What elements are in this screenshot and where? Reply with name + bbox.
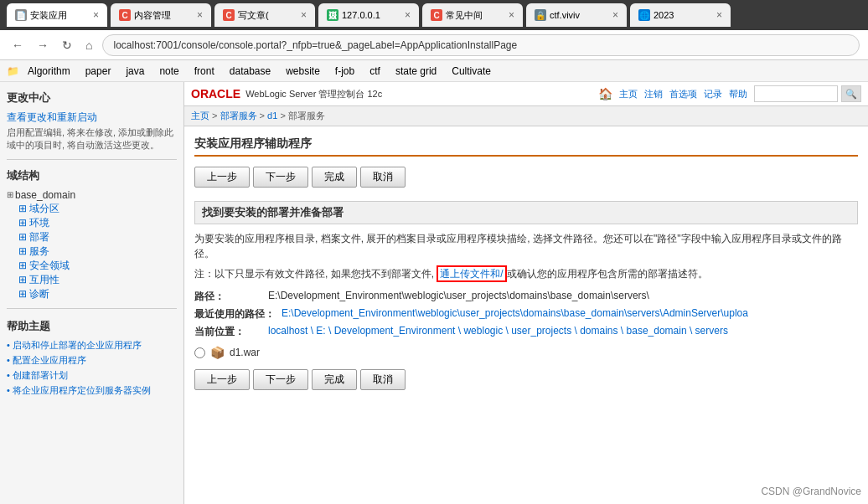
- address-bar: ← → ↻ ⌂ localhost:7001/console/console.p…: [0, 30, 868, 60]
- bookmark-folder-icon: 📁: [7, 65, 19, 77]
- next-button-top[interactable]: 下一步: [253, 167, 308, 188]
- tab-content-mgmt[interactable]: C 内容管理 ×: [111, 3, 211, 27]
- tab-icon-4: 🖼: [327, 9, 338, 21]
- main-area: 更改中心 查看更改和重新启动 启用配置编辑, 将来在修改, 添加或删除此域中的项…: [0, 82, 868, 504]
- breadcrumb-sub[interactable]: d1: [267, 111, 277, 121]
- back-button[interactable]: ←: [8, 37, 27, 54]
- tree-service[interactable]: ⊞ 服务: [7, 244, 177, 259]
- nav-help[interactable]: 帮助: [729, 88, 747, 100]
- csdn-watermark: CSDN @GrandNovice: [761, 486, 861, 497]
- tab-close-4[interactable]: ×: [405, 9, 411, 21]
- finish-button-top[interactable]: 完成: [312, 167, 357, 188]
- forward-button[interactable]: →: [34, 37, 52, 54]
- recent-path-row: 最近使用的路径： E:\Development_Environment\webl…: [194, 307, 858, 321]
- bookmark-cultivate[interactable]: Cultivate: [445, 64, 498, 79]
- section-note: 注：以下只显示有效文件路径, 如果您找不到部署文件, 通上传文件和/或确认您的应…: [194, 266, 858, 281]
- oracle-search-button[interactable]: 🔍: [841, 85, 861, 102]
- tree-domain-partition[interactable]: ⊞ 域分区: [7, 202, 177, 216]
- tab-label-5: 常见中间: [446, 9, 505, 22]
- tab-localhost[interactable]: 🖼 127.0.0.1 ×: [318, 3, 419, 27]
- tab-ctf[interactable]: 🔒 ctf.viviv ×: [526, 3, 627, 27]
- tab-close-install[interactable]: ×: [93, 9, 99, 21]
- tab-common[interactable]: C 常见中间 ×: [422, 3, 523, 27]
- breadcrumb-current: 部署服务: [288, 111, 325, 121]
- content-area: ORACLE WebLogic Server 管理控制台 12c 🏠 主页 注销…: [184, 82, 868, 504]
- domain-name: base_domain: [15, 189, 75, 201]
- path-label: 路径：: [194, 290, 261, 304]
- file-radio[interactable]: [194, 347, 205, 358]
- file-option-label[interactable]: d1.war: [230, 347, 260, 358]
- nav-logout[interactable]: 注销: [644, 88, 663, 100]
- address-text: localhost:7001/console/console.portal?_n…: [113, 39, 517, 51]
- bookmark-paper[interactable]: paper: [79, 64, 118, 79]
- tab-write-article[interactable]: C 写文章( ×: [214, 3, 315, 27]
- home-icon[interactable]: 🏠: [598, 87, 612, 100]
- current-location-value: localhost \ E: \ Development_Environment…: [268, 325, 728, 337]
- bookmark-java[interactable]: java: [119, 64, 151, 79]
- wizard-buttons-top: 上一步 下一步 完成 取消: [194, 167, 858, 188]
- nav-prefs[interactable]: 首选项: [669, 88, 697, 100]
- tab-label-7: 2023: [654, 10, 713, 20]
- help-link-4[interactable]: 将企业应用程序定位到服务器实例: [7, 384, 177, 397]
- refresh-button[interactable]: ↻: [59, 37, 75, 54]
- oracle-product-name: WebLogic Server 管理控制台 12c: [245, 88, 382, 100]
- help-link-1[interactable]: 启动和停止部署的企业应用程序: [7, 339, 177, 352]
- help-link-2[interactable]: 配置企业应用程序: [7, 354, 177, 367]
- bookmark-stategrid[interactable]: state grid: [389, 64, 443, 79]
- tab-close-2[interactable]: ×: [301, 9, 307, 21]
- bookmark-ctf[interactable]: ctf: [363, 64, 387, 79]
- cancel-button-top[interactable]: 取消: [360, 167, 406, 188]
- nav-home[interactable]: 主页: [619, 88, 638, 100]
- bookmark-label-paper: paper: [85, 65, 111, 77]
- prev-button-bottom[interactable]: 上一步: [194, 369, 250, 390]
- cancel-button-bottom[interactable]: 取消: [360, 369, 406, 390]
- bookmark-website[interactable]: website: [279, 64, 327, 79]
- page-title: 安装应用程序辅助程序: [194, 136, 858, 157]
- next-button-bottom[interactable]: 下一步: [253, 369, 308, 390]
- bookmark-label-website: website: [286, 65, 320, 77]
- tree-environment[interactable]: ⊞ 环境: [7, 216, 177, 230]
- bookmark-label-fjob: f-job: [335, 65, 354, 77]
- tab-2023[interactable]: 🌐 2023 ×: [630, 3, 731, 27]
- tab-install-app[interactable]: 📄 安装应用 ×: [7, 3, 107, 27]
- tree-security[interactable]: ⊞ 安全领域: [7, 259, 177, 273]
- tab-close-7[interactable]: ×: [716, 9, 722, 21]
- tab-close-1[interactable]: ×: [197, 9, 203, 21]
- breadcrumb-sep3: >: [280, 111, 287, 121]
- oracle-search: 🔍: [754, 85, 861, 102]
- review-link[interactable]: 查看更改和重新启动: [7, 111, 177, 125]
- upload-link[interactable]: 通上传文件和/: [440, 268, 503, 280]
- help-link-3[interactable]: 创建部署计划: [7, 369, 177, 382]
- bookmark-database[interactable]: database: [223, 64, 277, 79]
- bookmark-algorithm[interactable]: Algorithm: [21, 64, 77, 79]
- path-value: E:\Development_Environment\weblogic\user…: [268, 290, 649, 301]
- breadcrumb-home[interactable]: 主页: [191, 111, 209, 121]
- tab-close-6[interactable]: ×: [612, 9, 618, 21]
- bookmark-front[interactable]: front: [188, 64, 221, 79]
- page-content: 安装应用程序辅助程序 上一步 下一步 完成 取消 找到要安装的部署并准备部署 为…: [184, 126, 868, 414]
- nav-log[interactable]: 记录: [704, 88, 722, 100]
- address-field[interactable]: localhost:7001/console/console.portal?_n…: [102, 34, 860, 56]
- bookmark-label-ctf: ctf: [369, 65, 380, 77]
- tab-label-install: 安装应用: [30, 9, 90, 22]
- tree-diag[interactable]: ⊞ 诊断: [7, 287, 177, 301]
- section-desc: 为要安装的应用程序根目录, 档案文件, 展开的档案目录或应用程序模块描绘, 选择…: [194, 231, 858, 261]
- oracle-search-input[interactable]: [754, 85, 838, 102]
- note-suffix: 或确认您的应用程序包含所需的部署描述符。: [507, 268, 708, 280]
- finish-button-bottom[interactable]: 完成: [312, 369, 357, 390]
- file-icon: 📦: [210, 346, 225, 359]
- breadcrumb-section[interactable]: 部署服务: [220, 111, 257, 121]
- path-section: 路径： E:\Development_Environment\weblogic\…: [194, 290, 858, 339]
- tab-icon-2: C: [223, 9, 235, 21]
- bookmark-fjob[interactable]: f-job: [328, 64, 361, 79]
- oracle-nav-area: 🏠 主页 注销 首选项 记录 帮助 🔍: [598, 85, 861, 102]
- tree-interop[interactable]: ⊞ 互用性: [7, 273, 177, 287]
- tab-close-5[interactable]: ×: [509, 9, 514, 21]
- prev-button-top[interactable]: 上一步: [194, 167, 250, 188]
- tab-icon-6: 🔒: [535, 9, 546, 21]
- bookmark-label-database: database: [230, 65, 271, 77]
- domain-root: ⊞ base_domain: [7, 188, 177, 202]
- tree-deploy[interactable]: ⊞ 部署: [7, 230, 177, 244]
- bookmark-note[interactable]: note: [152, 64, 185, 79]
- home-button[interactable]: ⌂: [82, 37, 96, 54]
